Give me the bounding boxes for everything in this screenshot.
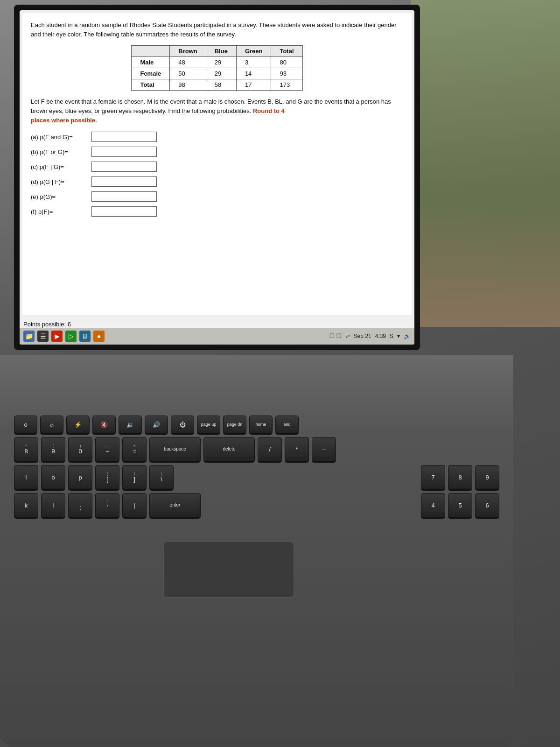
answer-c-input[interactable] — [91, 162, 157, 172]
key-enter[interactable]: enter — [149, 493, 201, 517]
key-delete[interactable]: delete — [203, 437, 255, 461]
key-o[interactable]: o — [14, 416, 37, 433]
question-c-row: (c) p(F | G)= — [31, 162, 403, 172]
key-p[interactable]: p — [68, 465, 92, 489]
total-blue: 58 — [206, 79, 236, 91]
key-l[interactable]: l — [41, 493, 65, 517]
key-close-bracket[interactable]: }] — [122, 465, 147, 489]
question-a-label: (a) p(F and G)= — [31, 134, 91, 141]
answer-a-input[interactable] — [91, 132, 157, 142]
taskbar-layout: ⇌ — [345, 333, 350, 339]
taskbar-app-icon[interactable]: ● — [93, 331, 105, 342]
answer-b-input[interactable] — [91, 147, 157, 157]
laptop-screen: Each student in a random sample of Rhode… — [20, 10, 414, 345]
table-header-blue: Blue — [206, 46, 236, 57]
key-pipe[interactable]: | — [122, 493, 147, 517]
taskbar-screen-icon[interactable]: 🖥 — [79, 331, 91, 342]
taskbar-menu-icon[interactable]: ☰ — [37, 331, 49, 342]
table-row-female: Female 50 29 14 93 — [132, 68, 302, 79]
female-blue: 29 — [206, 68, 236, 79]
table-header-brown: Brown — [170, 46, 206, 57]
key-power[interactable]: ⏻ — [171, 416, 194, 433]
question-f-row: (f) p(F)= — [31, 206, 403, 217]
female-brown: 50 — [170, 68, 206, 79]
taskbar-files-icon[interactable]: 📁 — [23, 331, 35, 342]
taskbar-wifi-icon: ▾ — [397, 333, 400, 339]
question-b-label: (b) p(F or G)= — [31, 148, 91, 155]
row2-spacer — [176, 465, 418, 489]
key-numpad-5[interactable]: 5 — [448, 493, 472, 517]
instructions-paragraph: Let F be the event that a female is chos… — [31, 97, 403, 125]
row-label-male: Male — [132, 57, 170, 68]
table-header-empty — [132, 46, 170, 57]
key-numpad-9[interactable]: 9 — [475, 465, 499, 489]
key-numpad-4[interactable]: 4 — [421, 493, 445, 517]
answer-e-input[interactable] — [91, 191, 157, 202]
question-e-row: (e) p(G)= — [31, 191, 403, 202]
total-green: 17 — [236, 79, 271, 91]
question-f-label: (f) p(F)= — [31, 208, 91, 215]
taskbar-right-section: ❒ ❒ ⇌ Sep 21 4:39 S ▾ 🔊 — [329, 333, 411, 339]
male-brown: 48 — [170, 57, 206, 68]
question-b-row: (b) p(F or G)= — [31, 147, 403, 157]
total-total: 173 — [271, 79, 302, 91]
intro-paragraph: Each student in a random sample of Rhode… — [31, 21, 403, 39]
key-page-dn[interactable]: page dn — [223, 416, 246, 433]
male-green: 3 — [236, 57, 271, 68]
survey-table: Brown Blue Green Total Male 48 29 3 80 — [131, 45, 302, 91]
key-page-up[interactable]: page up — [197, 416, 220, 433]
iop-row: i o p {[ }] |\ 7 8 9 — [0, 465, 513, 489]
row-label-female: Female — [132, 68, 170, 79]
key-open-bracket[interactable]: {[ — [95, 465, 119, 489]
row3-spacer — [203, 493, 418, 517]
key-home[interactable]: home — [249, 416, 273, 433]
key-numpad-slash[interactable]: / — [258, 437, 282, 461]
taskbar-battery: S — [390, 333, 393, 339]
key-quote[interactable]: "' — [95, 493, 119, 517]
male-total: 80 — [271, 57, 302, 68]
key-end[interactable]: end — [275, 416, 299, 433]
key-brightness-up[interactable]: ⚡ — [66, 416, 90, 433]
touchpad[interactable] — [163, 542, 294, 598]
taskbar: 📁 ☰ ▶ ▷ 🖥 ● ❒ ❒ ⇌ Sep 21 4:39 S ▾ 🔊 — [20, 328, 414, 345]
table-row-male: Male 48 29 3 80 — [132, 57, 302, 68]
taskbar-play-icon[interactable]: ▷ — [65, 331, 77, 342]
key-mute[interactable]: 🔇 — [92, 416, 116, 433]
fn-row: o ☼ ⚡ 🔇 🔉 🔊 ⏻ page up page dn home end — [0, 416, 513, 433]
answer-f-input[interactable] — [91, 206, 157, 217]
total-brown: 98 — [170, 79, 206, 91]
answer-d-input[interactable] — [91, 176, 157, 187]
key-semicolon[interactable]: :; — [68, 493, 92, 517]
key-k[interactable]: k — [14, 493, 38, 517]
taskbar-date: Sep 21 — [354, 333, 371, 339]
screen-bezel: Each student in a random sample of Rhode… — [14, 5, 420, 350]
key-numpad-7[interactable]: 7 — [421, 465, 445, 489]
key-vol-down[interactable]: 🔉 — [119, 416, 142, 433]
key-numpad-8[interactable]: 8 — [448, 465, 472, 489]
key-vol-up[interactable]: 🔊 — [145, 416, 168, 433]
key-numpad-6[interactable]: 6 — [475, 493, 499, 517]
key-8[interactable]: *8 — [14, 437, 38, 461]
key-o-letter[interactable]: o — [41, 465, 65, 489]
question-c-label: (c) p(F | G)= — [31, 163, 91, 170]
key-dash[interactable]: —– — [95, 437, 119, 461]
kl-row: k l :; "' | enter 4 5 6 — [0, 493, 513, 517]
taskbar-time: 4:39 — [375, 333, 386, 339]
key-brightness-down[interactable]: ☼ — [40, 416, 63, 433]
key-plus[interactable]: += — [122, 437, 147, 461]
table-header-green: Green — [236, 46, 271, 57]
key-numpad-minus[interactable]: – — [312, 437, 336, 461]
instructions-text: Let F be the event that a female is chos… — [31, 98, 391, 114]
key-0[interactable]: )0 — [68, 437, 92, 461]
table-row-total: Total 98 58 17 173 — [132, 79, 302, 91]
question-a-row: (a) p(F and G)= — [31, 132, 403, 142]
key-backslash[interactable]: |\ — [149, 465, 174, 489]
number-row: *8 (9 )0 —– += backspace delete / * – — [0, 437, 513, 461]
taskbar-video-icon[interactable]: ▶ — [51, 331, 63, 342]
key-i[interactable]: i — [14, 465, 38, 489]
key-9[interactable]: (9 — [41, 437, 65, 461]
key-numpad-star[interactable]: * — [285, 437, 309, 461]
questions-section: (a) p(F and G)= (b) p(F or G)= (c) p(F |… — [31, 132, 403, 217]
table-header-total: Total — [271, 46, 302, 57]
key-backspace[interactable]: backspace — [149, 437, 201, 461]
